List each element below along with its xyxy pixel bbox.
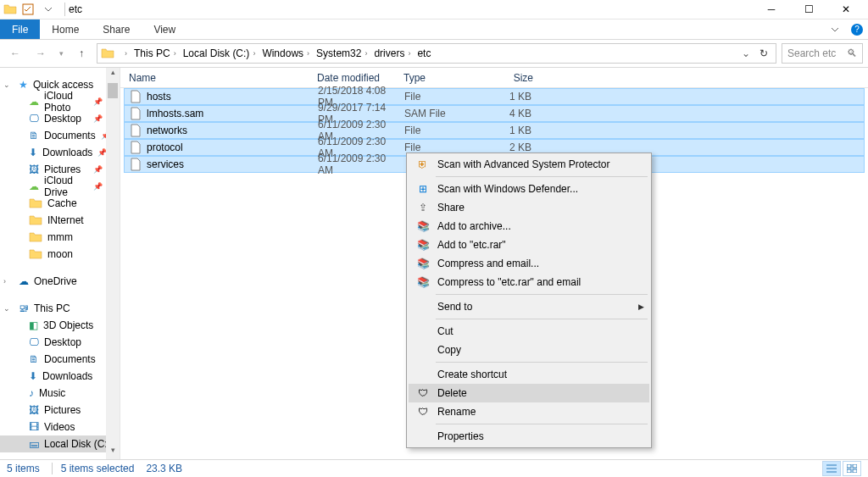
desktop-icon: 🖵 [29, 113, 39, 125]
details-view-button[interactable] [822, 461, 841, 476]
menu-separator [436, 424, 648, 424]
breadcrumb-seg[interactable]: System32› [313, 44, 370, 63]
nav-item-icloud-drive[interactable]: ☁iCloud Drive📌 [0, 178, 120, 195]
breadcrumb-label: etc [417, 47, 431, 59]
breadcrumb-seg[interactable]: Local Disk (C:)› [180, 44, 259, 63]
menu-cut[interactable]: Cut [409, 322, 649, 341]
breadcrumb-seg[interactable]: Windows› [259, 44, 313, 63]
tab-file[interactable]: File [0, 19, 40, 39]
menu-add-archive[interactable]: 📚Add to archive... [409, 217, 649, 236]
chevron-down-icon[interactable]: ⌄ [3, 80, 12, 89]
breadcrumb-chevron[interactable]: › [118, 44, 131, 63]
ribbon-tabs: File Home Share View ? [0, 19, 868, 40]
breadcrumb-label: System32 [316, 47, 361, 59]
tab-share[interactable]: Share [91, 19, 142, 39]
nav-onedrive[interactable]: ›☁OneDrive [0, 273, 120, 290]
nav-item-documents-pc[interactable]: 🗎Documents [0, 351, 120, 368]
folder-icon [29, 197, 42, 210]
column-name[interactable]: Name [120, 72, 312, 84]
nav-item-downloads[interactable]: ⬇Downloads📌 [0, 144, 120, 161]
chevron-down-icon[interactable]: ⌄ [3, 304, 12, 313]
nav-item-music[interactable]: ♪Music [0, 385, 120, 402]
menu-label: Copy [434, 344, 649, 356]
svg-rect-4 [853, 469, 857, 473]
back-button[interactable]: ← [5, 43, 25, 64]
nav-item-icloud-photo[interactable]: ☁iCloud Photo📌 [0, 93, 120, 110]
close-button[interactable]: ✕ [827, 0, 865, 19]
nav-item-downloads-pc[interactable]: ⬇Downloads [0, 368, 120, 385]
menu-copy[interactable]: Copy [409, 341, 649, 359]
pin-icon: 📌 [93, 97, 103, 106]
nav-this-pc[interactable]: ⌄🖳This PC [0, 300, 120, 317]
nav-item-desktop-pc[interactable]: 🖵Desktop [0, 334, 120, 351]
nav-item-desktop[interactable]: 🖵Desktop📌 [0, 110, 120, 127]
menu-add-etc-rar[interactable]: 📚Add to "etc.rar" [409, 236, 649, 254]
qat-dropdown-icon[interactable] [41, 2, 56, 17]
column-date[interactable]: Date modified [312, 72, 398, 84]
archive-icon: 📚 [417, 276, 430, 288]
nav-item-pictures-pc[interactable]: 🖼Pictures [0, 402, 120, 419]
pin-icon: 📌 [93, 182, 103, 191]
nav-item-3d-objects[interactable]: ◧3D Objects [0, 317, 120, 334]
nav-label: iCloud Photo [44, 90, 88, 114]
nav-item-moon[interactable]: moon [0, 246, 120, 263]
menu-compress-etc-email[interactable]: 📚Compress to "etc.rar" and email [409, 273, 649, 291]
downloads-icon: ⬇ [29, 147, 37, 158]
nav-scrollbar[interactable] [106, 68, 120, 459]
scroll-thumb[interactable] [108, 83, 118, 98]
column-size[interactable]: Size [487, 72, 539, 84]
nav-label: Pictures [44, 164, 81, 175]
ribbon-expand-icon[interactable] [824, 19, 846, 39]
recent-dropdown-icon[interactable]: ▾ [56, 43, 66, 64]
menu-separator [436, 176, 648, 177]
videos-icon: 🎞 [29, 421, 39, 433]
file-name: protocol [147, 141, 183, 153]
breadcrumb-seg[interactable]: This PC› [131, 44, 180, 63]
menu-properties[interactable]: Properties [409, 427, 649, 446]
menu-create-shortcut[interactable]: Create shortcut [409, 365, 649, 384]
nav-item-documents[interactable]: 🗎Documents📌 [0, 127, 120, 144]
nav-item-internet[interactable]: INternet [0, 212, 120, 229]
menu-compress-email[interactable]: 📚Compress and email... [409, 254, 649, 273]
folder-icon [29, 247, 42, 261]
search-input[interactable]: Search etc 🔍︎ [782, 43, 863, 64]
up-button[interactable]: ↑ [71, 43, 92, 64]
refresh-button[interactable]: ↻ [754, 47, 774, 59]
separator [64, 3, 65, 16]
menu-send-to[interactable]: Send to▶ [409, 297, 649, 316]
forward-button[interactable]: → [31, 43, 51, 64]
breadcrumb-label: drivers [374, 47, 404, 59]
tab-view[interactable]: View [142, 19, 187, 39]
nav-item-local-disk[interactable]: 🖴Local Disk (C:) [0, 435, 120, 452]
nav-item-cache[interactable]: Cache [0, 195, 120, 212]
file-row[interactable]: hosts 2/15/2018 4:08 PM File 1 KB [124, 88, 865, 105]
menu-share[interactable]: ⇪Share [409, 198, 649, 217]
address-dropdown-icon[interactable]: ⌄ [738, 47, 754, 59]
menu-rename[interactable]: 🛡Rename [409, 402, 649, 421]
scroll-up-icon[interactable]: ▴ [106, 68, 120, 81]
menu-delete[interactable]: 🛡Delete [409, 384, 649, 402]
file-row[interactable]: networks 6/11/2009 2:30 AM File 1 KB [124, 122, 865, 139]
thumbnails-view-button[interactable] [843, 461, 861, 476]
tab-home[interactable]: Home [40, 19, 91, 39]
chevron-right-icon[interactable]: › [3, 277, 12, 286]
share-icon: ⇪ [419, 202, 427, 214]
menu-scan-asp[interactable]: ⛨Scan with Advanced System Protector [409, 155, 649, 174]
nav-label: Local Disk (C:) [44, 438, 111, 450]
scroll-down-icon[interactable]: ▾ [106, 446, 120, 459]
nav-item-videos[interactable]: 🎞Videos [0, 419, 120, 435]
nav-label: 3D Objects [43, 319, 93, 331]
breadcrumb-seg[interactable]: drivers› [370, 44, 414, 63]
address-bar[interactable]: › This PC› Local Disk (C:)› Windows› Sys… [97, 43, 776, 64]
qat-properties-icon[interactable] [20, 2, 36, 17]
minimize-button[interactable]: ─ [753, 0, 790, 19]
column-type[interactable]: Type [398, 72, 487, 84]
help-icon[interactable]: ? [846, 19, 868, 39]
menu-label: Scan with Windows Defender... [434, 183, 649, 195]
breadcrumb-seg[interactable]: etc [414, 44, 434, 63]
menu-scan-defender[interactable]: ⊞Scan with Windows Defender... [409, 180, 649, 198]
nav-item-mmm[interactable]: mmm [0, 229, 120, 246]
maximize-button[interactable]: ☐ [790, 0, 827, 19]
file-row[interactable]: lmhosts.sam 9/29/2017 7:14 PM SAM File 4… [124, 105, 865, 122]
menu-separator [436, 319, 648, 319]
